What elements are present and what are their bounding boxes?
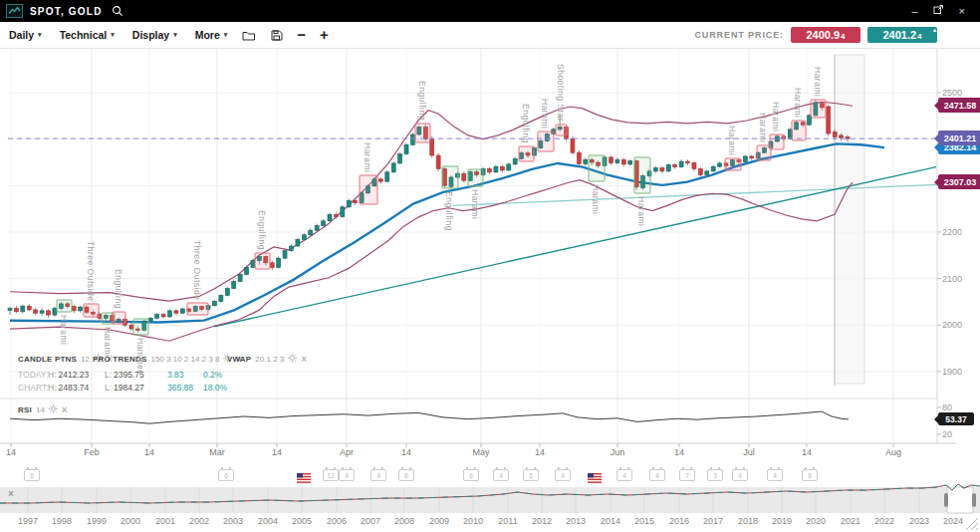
gear-icon[interactable]	[49, 404, 58, 415]
symbol-title: SPOT, GOLD	[30, 6, 103, 17]
x-axis-label-14: 14	[6, 447, 16, 457]
legend-rsi: RSI 14 ×	[18, 404, 68, 415]
navigator-year-2016: 2016	[669, 516, 689, 526]
app-logo-icon	[6, 4, 23, 18]
event-calendar-marker[interactable]: 12	[323, 469, 339, 481]
navigator-selection[interactable]	[947, 487, 973, 513]
menu-technical[interactable]: Technical▾	[60, 29, 115, 41]
x-axis-label-14: 14	[144, 447, 154, 457]
x-axis-label-14: 14	[674, 447, 684, 457]
navigator-right-handle[interactable]	[972, 493, 976, 507]
pattern-label-harami: Harami	[793, 88, 803, 118]
rsi-value-badge: 53.37	[938, 412, 974, 425]
chevron-down-icon: ▾	[111, 31, 115, 39]
pattern-label-hammer: Hammer	[135, 338, 145, 374]
event-calendar-marker[interactable]: 3	[707, 469, 723, 481]
app-window: SPOT, GOLD – × Daily▾ Technical▾ Display…	[0, 0, 980, 532]
event-calendar-marker[interactable]: 5	[523, 469, 539, 481]
x-axis-label-Jul: Jul	[743, 447, 755, 457]
close-icon[interactable]: ×	[301, 356, 307, 364]
event-calendar-marker[interactable]: 4	[370, 469, 386, 481]
popout-icon[interactable]	[933, 0, 944, 22]
navigator-year-2000: 2000	[121, 516, 140, 526]
title-bar: SPOT, GOLD – ×	[0, 0, 980, 22]
event-calendar-marker[interactable]: 4	[767, 469, 783, 481]
navigator-year-2010: 2010	[463, 516, 483, 526]
save-icon[interactable]	[271, 30, 283, 41]
navigator-year-2017: 2017	[703, 516, 723, 526]
event-calendar-marker[interactable]: 4	[555, 469, 571, 481]
event-calendar-marker[interactable]: 6	[802, 469, 818, 481]
navigator-year-2014: 2014	[601, 516, 620, 526]
current-price-badge: 2401.21	[938, 131, 980, 145]
price-tick-2500: 2500	[942, 88, 962, 98]
minimize-button[interactable]: –	[911, 0, 917, 22]
upper-band-badge: 2471.58	[938, 98, 980, 113]
event-calendar-marker[interactable]: 4	[649, 469, 665, 481]
navigator-year-2007: 2007	[361, 516, 380, 526]
event-calendar-marker[interactable]: 4	[339, 469, 355, 481]
close-icon[interactable]: ×	[62, 406, 68, 414]
zoom-in-button[interactable]: +	[320, 25, 329, 45]
price-tick-1900: 1900	[942, 367, 962, 377]
chevron-down-icon: ▾	[224, 31, 228, 39]
menu-display[interactable]: Display▾	[132, 29, 177, 41]
toolbar: Daily▾ Technical▾ Display▾ More▾ − + CUR…	[0, 22, 980, 49]
event-calendar-marker[interactable]: 7	[679, 469, 695, 481]
x-axis-label-Mar: Mar	[209, 447, 225, 457]
x-axis-label-Aug: Aug	[885, 447, 901, 457]
navigator-left-handle[interactable]	[944, 493, 948, 507]
navigator-year-2024: 2024	[943, 516, 963, 526]
menu-periodicity[interactable]: Daily▾	[9, 29, 42, 41]
menu-more[interactable]: More▾	[195, 29, 228, 41]
x-axis-label-14: 14	[802, 447, 812, 457]
event-calendar-marker[interactable]: 6	[463, 469, 479, 481]
navigator-year-2021: 2021	[841, 516, 860, 526]
us-flag-icon[interactable]	[588, 469, 602, 487]
zoom-out-button[interactable]: −	[297, 25, 306, 45]
pattern-label-shooting-star: Shooting Star	[556, 64, 566, 122]
pattern-label-engulfing: Engulfing	[444, 191, 454, 231]
open-folder-icon[interactable]	[242, 30, 256, 41]
navigator-year-2009: 2009	[429, 516, 449, 526]
pattern-label-engulfing: Engulfing	[257, 210, 267, 250]
event-calendar-marker[interactable]: 6	[218, 469, 234, 481]
chevron-down-icon: ▾	[173, 31, 177, 39]
navigator-year-2011: 2011	[498, 516, 517, 526]
lower-band-badge: 2307.03	[938, 174, 980, 189]
navigator-year-1998: 1998	[52, 516, 72, 526]
navigator-year-2006: 2006	[327, 516, 347, 526]
event-calendar-marker[interactable]: 4	[493, 469, 509, 481]
navigator-year-2022: 2022	[874, 516, 894, 526]
pattern-label-harami: Harami	[758, 113, 768, 142]
x-axis-label-Jun: Jun	[611, 447, 625, 457]
pattern-label-harami: Harami	[636, 196, 646, 226]
event-calendar-marker[interactable]: 4	[616, 469, 632, 481]
pattern-label-engulfing: Engulfing	[417, 81, 427, 121]
event-calendar-marker[interactable]: 4	[732, 469, 748, 481]
navigator-year-2002: 2002	[189, 516, 209, 526]
event-calendar-marker[interactable]: 6	[24, 469, 40, 481]
pattern-label-harami: Harami	[363, 142, 372, 172]
navigator-year-1999: 1999	[87, 516, 107, 526]
navigator-year-2008: 2008	[394, 516, 414, 526]
x-axis-label-14: 14	[272, 447, 282, 457]
navigator-year-2013: 2013	[566, 516, 586, 526]
pattern-label-engulfing: Engulfing	[521, 104, 531, 143]
rsi-tick-20: 20	[942, 429, 952, 439]
navigator-year-2012: 2012	[532, 516, 552, 526]
x-axis-label-14: 14	[535, 447, 545, 457]
navigator-close-icon[interactable]: ×	[8, 488, 14, 499]
gear-icon[interactable]	[288, 354, 297, 365]
close-button[interactable]: ×	[959, 0, 965, 22]
pattern-label-harami: Harami	[103, 327, 113, 357]
us-flag-icon[interactable]	[297, 469, 311, 487]
navigator-year-2023: 2023	[909, 516, 929, 526]
navigator-year-2018: 2018	[738, 516, 758, 526]
quote-panel: CURRENT PRICE: 2400.94 2401.24▴	[694, 27, 980, 43]
search-icon[interactable]	[112, 5, 123, 17]
x-axis-label-14: 14	[401, 447, 411, 457]
chevron-down-icon: ▾	[38, 31, 42, 39]
event-calendar-marker[interactable]: 6	[398, 469, 414, 481]
pattern-label-harami: Harami	[727, 126, 737, 155]
